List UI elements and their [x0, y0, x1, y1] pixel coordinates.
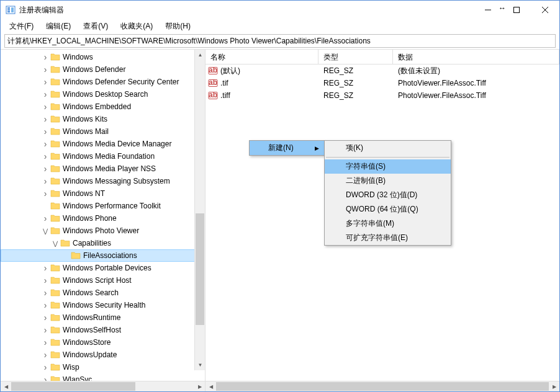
- tree-item[interactable]: ›Windows: [1, 51, 205, 63]
- expand-icon[interactable]: ›: [40, 275, 50, 285]
- tree-item[interactable]: Windows Performance Toolkit: [1, 200, 205, 212]
- ctx-new[interactable]: 新建(N) ▶: [250, 141, 324, 155]
- tree-item[interactable]: ›Windows Mail: [1, 125, 205, 138]
- ctx-new-label: 新建(N): [268, 143, 294, 153]
- folder-icon: [50, 52, 60, 62]
- collapse-icon[interactable]: ⋁: [40, 226, 50, 236]
- scroll-up-button[interactable]: ▲: [195, 50, 205, 60]
- tree-item[interactable]: ›Wisp: [1, 361, 205, 373]
- tree-item[interactable]: ›Windows Kits: [1, 113, 205, 125]
- scroll-left-button[interactable]: ◀: [1, 381, 11, 392]
- tree-item[interactable]: ›Windows Media Foundation: [1, 150, 205, 163]
- expand-icon[interactable]: ›: [40, 300, 50, 310]
- expand-icon[interactable]: ›: [40, 164, 50, 174]
- tree-item[interactable]: ›WindowsUpdate: [1, 349, 205, 361]
- menu-file[interactable]: 文件(F): [4, 20, 38, 33]
- expand-icon[interactable]: ›: [40, 263, 50, 273]
- scroll-thumb-h[interactable]: [11, 382, 135, 391]
- expand-icon[interactable]: ›: [40, 288, 50, 298]
- scroll-left-button[interactable]: ◀: [205, 381, 216, 392]
- scroll-right-button[interactable]: ▶: [194, 381, 205, 392]
- tree-item[interactable]: ›Windows Embedded: [1, 100, 205, 113]
- value-row[interactable]: ab.tifREG_SZPhotoViewer.FileAssoc.Tiff: [205, 77, 559, 89]
- expand-icon[interactable]: ›: [40, 362, 50, 372]
- column-data[interactable]: 数据: [393, 50, 559, 64]
- ctx-item[interactable]: QWORD (64 位)值(Q): [325, 202, 451, 216]
- address-bar[interactable]: 计算机\HKEY_LOCAL_MACHINE\SOFTWARE\Microsof…: [4, 34, 556, 48]
- ctx-item[interactable]: DWORD (32 位)值(D): [325, 188, 451, 202]
- registry-tree[interactable]: ›Windows›Windows Defender›Windows Defend…: [1, 50, 205, 381]
- tree-item[interactable]: ›Windows Media Device Manager: [1, 138, 205, 150]
- tree-item[interactable]: FileAssociations: [1, 249, 205, 262]
- folder-icon: [60, 238, 70, 248]
- ctx-item[interactable]: 项(K): [325, 141, 451, 155]
- expand-icon[interactable]: ›: [40, 313, 50, 323]
- expand-icon[interactable]: ›: [40, 176, 50, 186]
- folder-icon: [50, 375, 60, 381]
- string-value-icon: ab: [208, 78, 218, 88]
- expand-icon[interactable]: ›: [40, 114, 50, 124]
- expand-icon[interactable]: ›: [40, 325, 50, 335]
- menu-favorites[interactable]: 收藏夹(A): [115, 20, 158, 33]
- tree-item[interactable]: ›Windows Messaging Subsystem: [1, 175, 205, 187]
- tree-item[interactable]: ›Windows Portable Devices: [1, 262, 205, 274]
- menu-edit[interactable]: 编辑(E): [41, 20, 76, 33]
- expand-icon[interactable]: ›: [40, 350, 50, 360]
- scroll-thumb-h[interactable]: [216, 382, 549, 391]
- ctx-item[interactable]: 可扩充字符串值(E): [325, 231, 451, 245]
- maximize-button[interactable]: [502, 1, 531, 19]
- ctx-item[interactable]: 多字符串值(M): [325, 216, 451, 231]
- expand-icon[interactable]: ›: [40, 151, 50, 161]
- expand-icon[interactable]: ›: [40, 189, 50, 198]
- close-button[interactable]: [531, 1, 559, 19]
- tree-item[interactable]: ›Windows Desktop Search: [1, 88, 205, 100]
- expand-icon[interactable]: ›: [40, 65, 50, 74]
- value-row[interactable]: ab(默认)REG_SZ(数值未设置): [205, 65, 559, 77]
- expand-icon[interactable]: ›: [40, 102, 50, 112]
- scroll-thumb[interactable]: [196, 213, 204, 325]
- tree-item[interactable]: ›Windows Defender: [1, 63, 205, 76]
- tree-item[interactable]: ›Windows Script Host: [1, 274, 205, 287]
- column-type[interactable]: 类型: [318, 50, 393, 64]
- expand-icon[interactable]: ›: [40, 89, 50, 99]
- value-row[interactable]: ab.tiffREG_SZPhotoViewer.FileAssoc.Tiff: [205, 89, 559, 102]
- column-name[interactable]: 名称: [205, 50, 318, 64]
- separator: [326, 157, 449, 158]
- tree-vertical-scrollbar[interactable]: ▲ ▼: [194, 50, 205, 370]
- tree-item[interactable]: ›Windows Phone: [1, 212, 205, 225]
- tree-item-label: WindowsSelfHost: [63, 326, 126, 334]
- expand-icon[interactable]: ›: [40, 127, 50, 136]
- menubar: 文件(F) 编辑(E) 查看(V) 收藏夹(A) 帮助(H): [1, 19, 559, 33]
- ctx-item[interactable]: 字符串值(S): [325, 159, 451, 174]
- titlebar[interactable]: 注册表编辑器: [1, 1, 559, 19]
- expand-icon[interactable]: ›: [40, 375, 50, 381]
- ctx-item[interactable]: 二进制值(B): [325, 174, 451, 188]
- tree-item[interactable]: ›Windows Security Health: [1, 299, 205, 311]
- tree-item[interactable]: ›Windows Media Player NSS: [1, 163, 205, 175]
- tree-item[interactable]: ›Windows Search: [1, 287, 205, 299]
- tree-item[interactable]: ⋁Capabilities: [1, 237, 205, 249]
- tree-item[interactable]: ›Windows NT: [1, 187, 205, 200]
- collapse-icon[interactable]: ⋁: [50, 238, 60, 248]
- menu-help[interactable]: 帮助(H): [160, 20, 196, 33]
- menu-view[interactable]: 查看(V): [78, 20, 113, 33]
- folder-icon: [50, 337, 60, 347]
- expand-icon[interactable]: ›: [40, 77, 50, 87]
- tree-item[interactable]: ›WindowsStore: [1, 336, 205, 349]
- expand-icon[interactable]: ›: [40, 52, 50, 62]
- expand-icon[interactable]: ›: [40, 337, 50, 347]
- tree-item-label: Windows Messaging Subsystem: [63, 177, 175, 185]
- tree-horizontal-scrollbar[interactable]: ◀ ▶: [1, 381, 205, 391]
- tree-item[interactable]: ⋁Windows Photo Viewer: [1, 225, 205, 237]
- svg-rect-3: [7, 11, 10, 12]
- expand-icon[interactable]: ›: [40, 139, 50, 149]
- scroll-right-button[interactable]: ▶: [549, 381, 559, 392]
- tree-item[interactable]: ›WindowsSelfHost: [1, 324, 205, 336]
- minimize-button[interactable]: [474, 1, 502, 19]
- expand-icon[interactable]: ›: [40, 213, 50, 223]
- scroll-down-button[interactable]: ▼: [195, 360, 205, 370]
- tree-item[interactable]: ›WindowsRuntime: [1, 311, 205, 324]
- values-horizontal-scrollbar[interactable]: ◀ ▶: [205, 381, 559, 391]
- tree-item[interactable]: ›Windows Defender Security Center: [1, 76, 205, 88]
- tree-item[interactable]: ›WlanSvc: [1, 373, 205, 381]
